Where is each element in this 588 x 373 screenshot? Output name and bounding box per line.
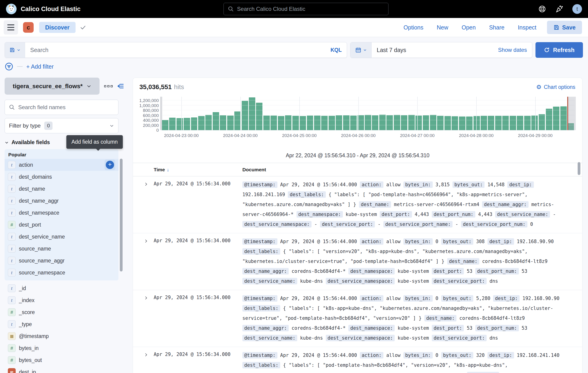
field-item-_score[interactable]: #_score <box>5 306 118 318</box>
histogram-plot-area[interactable] <box>161 97 574 130</box>
field-item-dest_domains[interactable]: tdest_domains <box>5 171 118 183</box>
histogram-bar[interactable] <box>452 116 458 130</box>
expand-row-icon[interactable] <box>139 293 154 343</box>
sidebar-scrollbar[interactable] <box>120 159 123 272</box>
field-item-_index[interactable]: t_index <box>5 294 118 306</box>
histogram-bar[interactable] <box>365 115 371 130</box>
document-row[interactable]: Apr 29, 2024 @ 15:56:34.000@timestamp: A… <box>133 347 582 373</box>
histogram-bar[interactable] <box>415 116 422 130</box>
space-badge[interactable]: c <box>23 22 34 33</box>
options-link[interactable]: Options <box>403 24 423 31</box>
histogram-bar[interactable] <box>517 116 523 130</box>
field-item-action[interactable]: taction+ <box>5 159 118 171</box>
sort-descending-icon[interactable]: ↓ <box>167 167 169 172</box>
histogram-bar[interactable] <box>401 115 407 130</box>
histogram-bar[interactable] <box>408 115 415 130</box>
filter-menu-icon[interactable] <box>5 62 13 71</box>
histogram-bar[interactable] <box>300 116 306 130</box>
document-row[interactable]: Apr 29, 2024 @ 15:56:34.000@timestamp: A… <box>133 290 582 347</box>
histogram-bar[interactable] <box>437 116 443 130</box>
histogram-bar[interactable] <box>321 116 328 130</box>
histogram-bar[interactable] <box>249 97 255 130</box>
histogram-bar[interactable] <box>198 116 205 130</box>
show-dates-link[interactable]: Show dates <box>498 47 527 53</box>
expand-row-icon[interactable] <box>139 351 154 373</box>
add-field-as-column-button[interactable]: + <box>105 160 115 170</box>
filter-by-type-dropdown[interactable]: Filter by type 0 <box>5 118 118 133</box>
histogram-bar[interactable] <box>539 114 545 130</box>
date-picker-button[interactable] <box>350 42 372 58</box>
histogram-bar[interactable] <box>220 115 226 130</box>
document-row[interactable]: Apr 29, 2024 @ 15:56:34.000@timestamp: A… <box>133 176 582 233</box>
field-item-dest_name[interactable]: tdest_name <box>5 183 118 195</box>
time-range-value[interactable]: Last 7 days <box>377 47 406 53</box>
field-item-dest_namespace[interactable]: tdest_namespace <box>5 207 118 219</box>
help-icon[interactable] <box>538 5 546 13</box>
histogram-bar[interactable] <box>336 115 342 130</box>
histogram-bar[interactable] <box>473 116 480 130</box>
histogram-bar[interactable] <box>350 116 357 130</box>
histogram-bar[interactable] <box>285 115 292 130</box>
histogram-bar[interactable] <box>278 116 284 130</box>
histogram-bar[interactable] <box>546 109 552 130</box>
histogram-bar[interactable] <box>466 117 472 130</box>
field-item-dest_name_aggr[interactable]: tdest_name_aggr <box>5 195 118 207</box>
menu-hamburger-button[interactable] <box>4 20 18 35</box>
field-item-dest_port[interactable]: #dest_port <box>5 219 118 231</box>
histogram-bar[interactable] <box>263 116 270 130</box>
user-avatar[interactable]: t <box>572 4 582 14</box>
histogram-bar[interactable] <box>481 116 487 130</box>
histogram-bar[interactable] <box>205 115 212 130</box>
field-item-source_name_aggr[interactable]: tsource_name_aggr <box>5 255 118 267</box>
new-link[interactable]: New <box>437 24 448 31</box>
calico-logo[interactable] <box>6 4 17 14</box>
global-search-input[interactable]: Search Calico Cloud Elastic <box>223 3 388 15</box>
histogram-bar[interactable] <box>169 118 176 130</box>
query-language-button[interactable]: KQL <box>330 47 342 53</box>
share-link[interactable]: Share <box>489 24 504 31</box>
field-settings-icon[interactable] <box>104 85 113 87</box>
histogram-bar[interactable] <box>510 116 516 130</box>
histogram-bar[interactable] <box>314 116 321 130</box>
time-column-header[interactable]: Time↓ <box>154 167 242 172</box>
field-item-dest_ip[interactable]: IPdest_ip <box>5 366 118 373</box>
histogram-bar[interactable] <box>394 115 400 130</box>
histogram-bar[interactable] <box>256 103 262 130</box>
histogram-bar[interactable] <box>495 116 502 130</box>
table-scrollbar[interactable] <box>578 162 580 175</box>
breadcrumb-discover[interactable]: Discover <box>39 22 75 33</box>
field-item-_id[interactable]: t_id <box>5 282 118 294</box>
histogram-bar[interactable] <box>234 111 241 130</box>
field-item-bytes_out[interactable]: #bytes_out <box>5 354 118 366</box>
field-item-dest_service_name[interactable]: tdest_service_name <box>5 231 118 243</box>
time-range-field[interactable]: Last 7 days Show dates <box>372 42 532 58</box>
inspect-link[interactable]: Inspect <box>518 24 536 31</box>
field-item-@timestamp[interactable]: ▦@timestamp <box>5 330 118 342</box>
histogram-bar[interactable] <box>459 117 465 130</box>
kql-search-input[interactable]: Search KQL <box>25 42 347 58</box>
histogram-bar[interactable] <box>343 115 349 130</box>
expand-row-icon[interactable] <box>139 237 154 286</box>
open-link[interactable]: Open <box>462 24 476 31</box>
histogram-bar[interactable] <box>423 115 429 130</box>
histogram-bar[interactable] <box>524 116 531 130</box>
histogram-bar[interactable] <box>307 116 313 130</box>
field-search-input[interactable]: Search field names <box>5 100 118 115</box>
histogram-bar[interactable] <box>227 116 234 130</box>
collapse-sidebar-icon[interactable] <box>117 82 124 90</box>
histogram-bar[interactable] <box>430 115 436 130</box>
expand-row-icon[interactable] <box>139 180 154 229</box>
save-button[interactable]: Save <box>547 21 582 34</box>
field-item-source_name[interactable]: tsource_name <box>5 243 118 255</box>
histogram-bar[interactable] <box>488 116 494 130</box>
refresh-button[interactable]: Refresh <box>536 42 583 58</box>
index-pattern-selector[interactable]: tigera_secure_ee_flows* <box>5 78 100 95</box>
document-row[interactable]: Apr 29, 2024 @ 15:56:34.000@timestamp: A… <box>133 233 582 290</box>
histogram-bar[interactable] <box>372 115 378 130</box>
field-item-bytes_in[interactable]: #bytes_in <box>5 342 118 354</box>
histogram-bar[interactable] <box>329 116 335 130</box>
news-celebration-icon[interactable] <box>555 5 563 13</box>
histogram-bar[interactable] <box>379 115 386 130</box>
histogram-bar[interactable] <box>191 117 198 130</box>
histogram-bar[interactable] <box>444 116 451 130</box>
